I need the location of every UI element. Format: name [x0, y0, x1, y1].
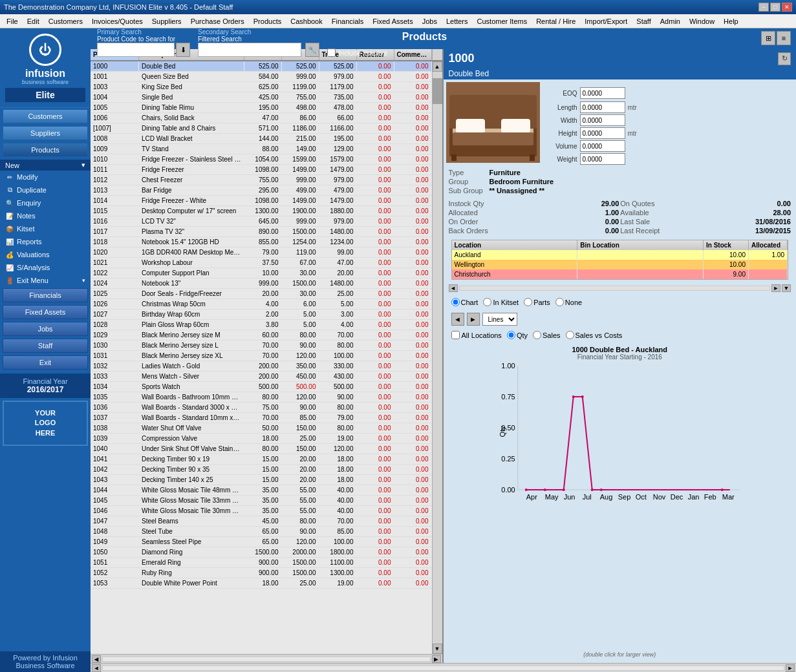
table-row[interactable]: 1004 Single Bed 425.00 755.00 735.00 0.0… [91, 92, 432, 103]
secondary-search-input[interactable] [198, 43, 301, 57]
main-hscroll-right[interactable]: ► [786, 664, 795, 672]
weight-input[interactable] [580, 153, 625, 165]
secondary-search-button[interactable]: 🔧 [305, 43, 319, 57]
main-hscroll-left[interactable]: ◄ [92, 664, 101, 672]
table-row[interactable]: 1035 Wall Boards - Bathroom 10mm x 2.7 x… [91, 392, 432, 403]
table-row[interactable]: 1025 Door Seals - Fridge/Freezer 20.00 3… [91, 289, 432, 299]
location-row-christchurch[interactable]: Christchurch 9.00 [452, 269, 788, 279]
table-row[interactable]: 1049 Seamless Steel Pipe 65.00 120.00 10… [91, 537, 432, 547]
sidebar-item-enquiry[interactable]: 🔍 Enquiry [0, 196, 91, 209]
table-row[interactable]: 1015 Desktop Computer w/ 17" screen 1300… [91, 206, 432, 216]
table-row[interactable]: 1050 Diamond Ring 1500.00 2000.00 1800.0… [91, 547, 432, 558]
table-row[interactable]: 1047 Steel Beams 45.00 80.00 70.00 0.00 … [91, 516, 432, 527]
table-row[interactable]: 1017 Plasma TV 32" 890.00 1500.00 1480.0… [91, 227, 432, 237]
table-row[interactable]: 1033 Mens Watch - Silver 200.00 450.00 4… [91, 372, 432, 382]
table-row[interactable]: 1032 Ladies Watch - Gold 200.00 350.00 3… [91, 361, 432, 372]
table-row[interactable]: 1021 Workshop Labour 37.50 67.00 47.00 0… [91, 258, 432, 268]
table-row[interactable]: 1028 Plain Gloss Wrap 60cm 3.80 5.00 4.0… [91, 320, 432, 330]
menu-letters[interactable]: Letters [442, 16, 472, 26]
table-row[interactable]: 1044 White Gloss Mosaic Tile 48mm x 48mm… [91, 485, 432, 496]
menu-suppliers[interactable]: Suppliers [148, 16, 186, 26]
table-row[interactable]: 1024 Notebook 13" 999.00 1500.00 1480.00… [91, 278, 432, 289]
menu-fixed-assets[interactable]: Fixed Assets [369, 16, 416, 26]
maximize-button[interactable]: □ [770, 3, 780, 12]
table-row[interactable]: 1042 Decking Timber 90 x 35 15.00 20.00 … [91, 465, 432, 475]
products-button[interactable]: Products [3, 143, 88, 157]
refresh-button[interactable]: ↻ [778, 52, 791, 65]
radio-sales[interactable]: Sales [533, 331, 561, 339]
include-inactive-checkbox[interactable] [327, 48, 336, 57]
menu-invoices[interactable]: Invoices/Quotes [88, 16, 147, 26]
volume-input[interactable] [580, 140, 625, 152]
menu-edit[interactable]: Edit [23, 16, 43, 26]
menu-financials[interactable]: Financials [328, 16, 368, 26]
table-row[interactable]: 1041 Decking Timber 90 x 19 15.00 20.00 … [91, 454, 432, 465]
menu-window[interactable]: Window [685, 16, 718, 26]
table-row[interactable]: 1045 White Gloss Mosaic Tile 33mm x 33mm… [91, 496, 432, 506]
hscroll-right[interactable]: ► [432, 655, 441, 663]
suppliers-button[interactable]: Suppliers [3, 126, 88, 140]
sidebar-item-modify[interactable]: ✏ Modify [0, 171, 91, 184]
staff-button[interactable]: Staff [3, 339, 88, 353]
menu-products[interactable]: Products [250, 16, 285, 26]
fixed-assets-button[interactable]: Fixed Assets [3, 305, 88, 319]
chart-hint[interactable]: (double click for larger view) [451, 651, 789, 658]
table-row[interactable]: 1001 Queen Size Bed 584.00 999.00 979.00… [91, 72, 432, 82]
radio-chart[interactable]: Chart [451, 298, 479, 306]
table-row[interactable]: 1048 Steel Tube 65.00 90.00 85.00 0.00 0… [91, 527, 432, 537]
table-row[interactable]: 1051 Emerald Ring 900.00 1500.00 1100.00… [91, 558, 432, 568]
hscroll-left[interactable]: ◄ [92, 655, 101, 663]
financials-button[interactable]: Financials [3, 288, 88, 302]
close-button[interactable]: ✕ [782, 3, 792, 12]
table-row[interactable]: 1013 Bar Fridge 295.00 499.00 479.00 0.0… [91, 185, 432, 196]
table-row[interactable]: 1014 Fridge Freezer - White 1098.00 1499… [91, 196, 432, 206]
table-row[interactable]: 1026 Christmas Wrap 50cm 4.00 6.00 5.00 … [91, 299, 432, 310]
location-row-auckland[interactable]: Auckland 10.00 1.00 [452, 250, 788, 260]
search-input[interactable] [97, 43, 175, 57]
sidebar-item-exit-menu[interactable]: 🚪 Exit Menu ▾ [0, 274, 91, 287]
chart-wrapper[interactable]: 1.00 0.75 0.50 0.25 0.00 Qty [451, 361, 789, 650]
table-row[interactable]: 1005 Dining Table Rimu 195.00 498.00 478… [91, 103, 432, 113]
radio-inkitset[interactable]: In Kitset [483, 298, 519, 306]
all-locations-checkbox[interactable]: All Locations [451, 331, 502, 339]
grid-view-button[interactable]: ⊞ [761, 31, 775, 45]
loc-scroll-track[interactable] [459, 286, 771, 291]
table-row[interactable]: 1022 Computer Support Plan 10.00 30.00 2… [91, 268, 432, 278]
table-row[interactable]: 1018 Notebook 15.4" 120GB HD 855.00 1254… [91, 237, 432, 247]
radio-none[interactable]: None [555, 298, 582, 306]
scroll-track[interactable] [433, 72, 442, 644]
minimize-button[interactable]: − [758, 3, 769, 12]
radio-parts[interactable]: Parts [524, 298, 550, 306]
radio-qty[interactable]: Qty [507, 331, 528, 339]
chart-prev-button[interactable]: ◄ [451, 313, 464, 326]
chart-type-select[interactable]: Lines Bars Area [482, 313, 517, 326]
table-row[interactable]: 1012 Chest Freezer 755.00 999.00 979.00 … [91, 175, 432, 185]
table-row[interactable]: 1027 Birthday Wrap 60cm 2.00 5.00 3.00 0… [91, 310, 432, 320]
table-row[interactable]: 1038 Water Shut Off Valve 50.00 150.00 8… [91, 423, 432, 434]
sidebar-item-reports[interactable]: 📊 Reports [0, 235, 91, 248]
product-table-body[interactable]: 1000 Double Bed 525.00 525.00 525.00 0.0… [91, 61, 432, 654]
table-row[interactable]: 1000 Double Bed 525.00 525.00 525.00 0.0… [91, 61, 432, 72]
radio-sales-costs[interactable]: Sales vs Costs [566, 331, 623, 339]
menu-import-export[interactable]: Import/Export [581, 16, 631, 26]
table-row[interactable]: 1037 Wall Boards - Standard 10mm x 3300m… [91, 413, 432, 423]
eoq-input[interactable] [580, 87, 625, 99]
menu-admin[interactable]: Admin [656, 16, 684, 26]
sidebar-item-sanalysis[interactable]: 📈 S/Analysis [0, 261, 91, 274]
chart-next-button[interactable]: ► [467, 313, 480, 326]
width-input[interactable] [580, 114, 625, 126]
vertical-scrollbar[interactable]: ▲ ▼ [432, 61, 442, 654]
jobs-button[interactable]: Jobs [3, 322, 88, 336]
table-row[interactable]: 1052 Ruby Ring 900.00 1500.00 1300.00 0.… [91, 568, 432, 578]
table-row[interactable]: [1007] Dining Table and 8 Chairs 571.00 … [91, 123, 432, 134]
menu-customer-items[interactable]: Customer Items [473, 16, 532, 26]
exit-button[interactable]: Exit [3, 355, 88, 370]
sidebar-item-kitset[interactable]: 📦 Kitset [0, 222, 91, 235]
customers-button[interactable]: Customers [3, 109, 88, 123]
height-input[interactable] [580, 127, 625, 139]
menu-help[interactable]: Help [720, 16, 742, 26]
location-row-wellington[interactable]: Wellington 10.00 [452, 260, 788, 269]
table-row[interactable]: 1040 Under Sink Shut Off Valve Stainless… [91, 444, 432, 454]
menu-jobs[interactable]: Jobs [418, 16, 441, 26]
table-row[interactable]: 1031 Black Merino Jersey size XL 70.00 1… [91, 351, 432, 361]
